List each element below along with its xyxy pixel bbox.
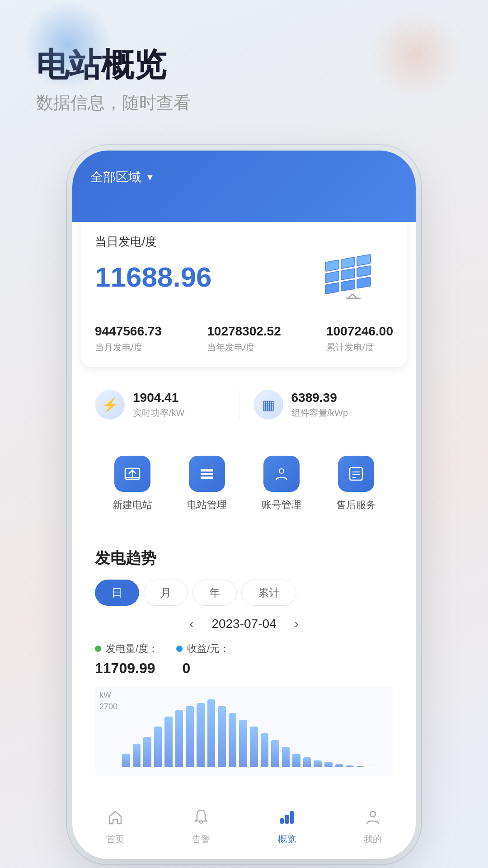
- bg-decoration-pink: [366, 14, 465, 95]
- trend-title: 发电趋势: [95, 548, 393, 569]
- menu-new-station[interactable]: 新建电站: [113, 456, 152, 512]
- region-selector[interactable]: 全部区域 ▼: [90, 169, 398, 186]
- chart-bar: [218, 706, 226, 767]
- chart-bar: [346, 765, 354, 768]
- page-subtitle: 数据信息，随时查看: [36, 91, 452, 114]
- nav-home[interactable]: 首页: [72, 808, 158, 845]
- chart-bar: [164, 717, 173, 768]
- daily-label: 当日发电/度: [95, 234, 393, 250]
- svg-rect-4: [341, 269, 355, 280]
- legend-dot-blue: [176, 646, 183, 652]
- chart-bar: [186, 706, 194, 767]
- prev-date-arrow[interactable]: ‹: [189, 617, 193, 631]
- nav-mine[interactable]: 我的: [330, 808, 416, 845]
- stat-yearly-label: 当年发电/度: [207, 341, 281, 354]
- stat-total-label: 累计发电/度: [326, 341, 393, 354]
- trend-values: 11709.99 0: [95, 660, 393, 677]
- nav-home-icon: [107, 808, 124, 830]
- svg-rect-26: [290, 811, 294, 824]
- stat-monthly-value: 9447566.73: [95, 324, 162, 339]
- chart-bar: [357, 766, 365, 767]
- nav-alert-icon: [192, 808, 210, 830]
- legend-generation-label: 发电量/度：: [106, 642, 158, 656]
- phone-mockup: 全部区域 ▼ 2023-07-04 14:25:59 当日发电/度 11688.…: [72, 151, 416, 859]
- menu-station-mgmt-label: 电站管理: [187, 498, 227, 512]
- chart-bar: [197, 703, 205, 768]
- chart-bar: [133, 744, 141, 768]
- nav-overview-icon: [278, 808, 296, 830]
- trend-tab-month[interactable]: 月: [144, 580, 188, 606]
- svg-rect-17: [201, 476, 213, 479]
- chart-bar: [292, 754, 300, 767]
- nav-overview-label: 概览: [278, 833, 296, 845]
- power-capacity-icon: ▦: [253, 390, 283, 420]
- power-realtime-info: 1904.41 实时功率/kW: [133, 391, 184, 419]
- menu-after-sales-label: 售后服务: [336, 498, 376, 512]
- chart-y-label: kW: [99, 690, 111, 700]
- stats-card: 2023-07-04 14:25:59 当日发电/度 11688.96: [81, 199, 407, 367]
- power-realtime-label: 实时功率/kW: [133, 407, 184, 419]
- trend-rev-value: 0: [182, 660, 190, 677]
- svg-rect-15: [201, 469, 213, 472]
- chart-bar: [303, 757, 311, 768]
- svg-point-19: [280, 469, 283, 473]
- svg-rect-5: [357, 266, 371, 277]
- chart-bar: [143, 737, 151, 768]
- svg-rect-3: [325, 271, 339, 283]
- trend-chart: kW 2700: [95, 686, 393, 776]
- power-realtime-value: 1904.41: [133, 391, 184, 405]
- svg-rect-6: [325, 283, 339, 294]
- next-date-arrow[interactable]: ›: [295, 617, 299, 631]
- chart-bar: [282, 747, 290, 767]
- chart-bar: [261, 733, 269, 767]
- svg-rect-25: [285, 815, 289, 824]
- svg-rect-0: [325, 260, 339, 271]
- nav-alert[interactable]: 告警: [158, 808, 244, 845]
- svg-rect-1: [341, 257, 355, 269]
- menu-station-mgmt[interactable]: 电站管理: [187, 456, 227, 512]
- stat-yearly-value: 10278302.52: [207, 324, 281, 339]
- power-realtime-icon: ⚡: [95, 390, 125, 420]
- phone-header: 全部区域 ▼: [72, 151, 416, 222]
- menu-after-sales[interactable]: 售后服务: [336, 456, 376, 512]
- trend-tab-year[interactable]: 年: [192, 580, 237, 606]
- chart-bar: [175, 710, 183, 768]
- daily-value: 11688.96: [95, 261, 212, 293]
- trend-date-nav: ‹ 2023-07-04 ›: [95, 617, 393, 631]
- menu-card: 新建电站 电站管理 账号管理: [81, 442, 407, 525]
- current-date: 2023-07-04: [211, 617, 276, 631]
- chart-bar: [207, 699, 216, 767]
- chart-bar: [250, 726, 258, 767]
- stat-total: 1007246.00 累计发电/度: [326, 324, 393, 354]
- sub-stats-row: 9447566.73 当月发电/度 10278302.52 当年发电/度 100…: [95, 313, 393, 354]
- chart-bar: [335, 764, 343, 768]
- menu-account-mgmt-icon: [263, 456, 300, 492]
- stat-monthly-label: 当月发电/度: [95, 341, 162, 354]
- trend-tab-cumulative[interactable]: 累计: [241, 580, 296, 606]
- power-capacity-value: 6389.39: [291, 391, 348, 405]
- power-card: ⚡ 1904.41 实时功率/kW ▦ 6389.39 组件容量/kWp: [81, 376, 407, 433]
- nav-alert-label: 告警: [192, 833, 210, 845]
- menu-new-station-icon: [114, 456, 150, 492]
- chart-bar: [122, 754, 130, 767]
- stat-monthly: 9447566.73 当月发电/度: [95, 324, 162, 354]
- menu-account-mgmt[interactable]: 账号管理: [262, 456, 301, 512]
- trend-rev-value-group: 0: [182, 660, 190, 677]
- trend-card: 发电趋势 日 月 年 累计 ‹ 2023-07-04 › 发电量/度： 收益/元…: [81, 534, 407, 790]
- legend-revenue-label: 收益/元：: [187, 642, 230, 656]
- stat-total-value: 1007246.00: [326, 324, 393, 339]
- chart-bar: [239, 720, 247, 767]
- trend-gen-value-group: 11709.99: [95, 660, 155, 677]
- power-realtime: ⚡ 1904.41 实时功率/kW: [95, 390, 235, 420]
- region-text: 全部区域: [90, 169, 141, 186]
- daily-value-row: 11688.96: [95, 254, 393, 299]
- nav-overview[interactable]: 概览: [244, 808, 330, 845]
- svg-rect-24: [280, 818, 284, 824]
- region-dropdown-icon: ▼: [145, 172, 155, 183]
- trend-tab-day[interactable]: 日: [95, 580, 139, 606]
- trend-gen-value: 11709.99: [95, 660, 155, 677]
- svg-rect-16: [201, 473, 213, 475]
- chart-bar: [229, 713, 237, 767]
- svg-rect-8: [357, 277, 371, 288]
- chart-bar: [271, 740, 279, 767]
